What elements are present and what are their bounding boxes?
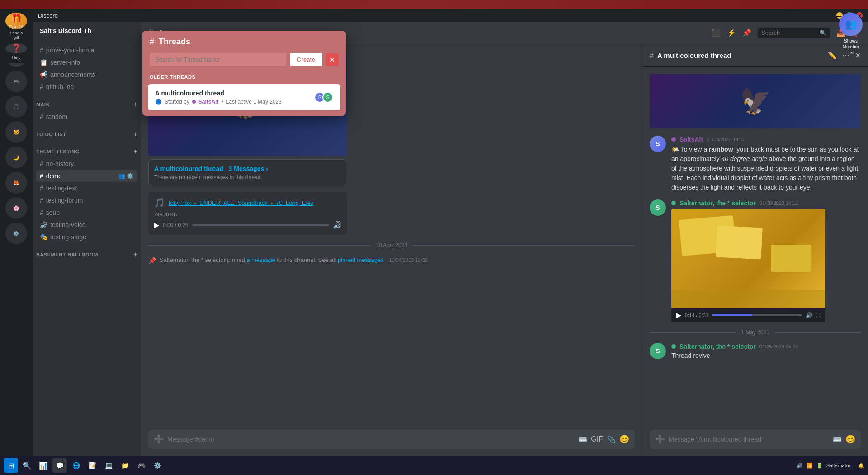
hash-icon-testing-text: # (40, 185, 43, 192)
help-icon[interactable]: ❓ (5, 43, 27, 53)
taskbar-notification-icon[interactable]: 🔔 (858, 463, 864, 469)
server-icon-7[interactable]: 🌸 (5, 197, 27, 219)
threads-popup-title: Threads (159, 37, 339, 47)
category-theme: Theme Testing + (33, 140, 141, 157)
system-message-content: Salternator, the * selector pinned a mes… (160, 256, 428, 263)
send-gift-icon[interactable]: 🎁 Discord (5, 13, 27, 29)
thread-list-item[interactable]: A multicoloured thread 🔵 Started by Salt… (148, 84, 340, 110)
thread-emoji-keyboard-icon[interactable]: ⌨️ (833, 435, 842, 444)
taskbar-network-icon[interactable]: 📶 (807, 463, 813, 469)
video-progress-fill (712, 314, 753, 316)
thread-avatar-2: S (322, 92, 333, 103)
threads-popup-hash: # (150, 37, 154, 47)
video-fullscreen-btn[interactable]: ⛶ (816, 313, 821, 318)
thread-msg-revive: S Salternator, the * selector 01/05/2023… (650, 343, 861, 359)
channel-item-random[interactable]: # random (36, 111, 137, 123)
server-icon-8[interactable]: ⚙️ (5, 223, 27, 244)
audio-volume-btn[interactable]: 🔊 (333, 221, 342, 229)
threads-search-input[interactable] (150, 53, 286, 66)
taskbar-files-icon[interactable]: 📁 (118, 458, 132, 473)
taskbar-search-icon[interactable]: 🔍 (20, 458, 34, 473)
server-icon-2[interactable]: 🎮 (5, 71, 27, 92)
hash-icon-random: # (40, 113, 43, 120)
channel-item-testing-stage[interactable]: 🎭 testing-stage (36, 231, 137, 243)
taskbar-username: Salternator... (826, 463, 854, 468)
emoji-keyboard-icon[interactable]: ⌨️ (578, 435, 587, 444)
settings-icon-demo[interactable]: ⚙️ (127, 173, 134, 179)
threads-icon-btn[interactable]: ⬛ (712, 28, 721, 37)
channel-item-github[interactable]: # github-log (36, 81, 137, 93)
slash-icon-btn[interactable]: ⚡ (727, 28, 736, 37)
server-name[interactable]: Salt's Discord Th (33, 22, 141, 40)
server-icon-4[interactable]: 🐱 (5, 121, 27, 143)
thread-edit-icon[interactable]: ✏️ (828, 51, 837, 60)
message-input-box: ➕ ⌨️ GIF 📎 😊 (148, 430, 635, 449)
channel-item-announce[interactable]: 📢 announcements (36, 69, 137, 81)
add-message-icon[interactable]: ➕ (154, 434, 164, 444)
category-basement: Basement Ballroom + (33, 243, 141, 261)
thread-author-name: SaltsAlt (198, 99, 219, 105)
category-todo-add[interactable]: + (133, 130, 137, 138)
thread-hash-icon: # (650, 52, 654, 60)
taskbar-widget-icon[interactable]: 📊 (36, 458, 51, 473)
taskbar-terminal-icon[interactable]: 💻 (101, 458, 116, 473)
show-member-list-btn[interactable]: 👥 ShowsMemberList (839, 13, 863, 56)
server-icon-3[interactable]: 🎵 (5, 96, 27, 118)
emoji-icon[interactable]: 😊 (619, 434, 629, 444)
channel-item-server-info[interactable]: 📋 server-info (36, 57, 137, 68)
taskbar-steam-icon[interactable]: 🎮 (134, 458, 148, 473)
video-progress-bar[interactable] (712, 314, 802, 316)
channel-item-demo[interactable]: # demo 👥 ⚙️ (36, 170, 137, 182)
avatar-saltsalt: S (650, 136, 666, 152)
member-icon[interactable]: 👥 (118, 173, 125, 179)
message-input-area: ➕ ⌨️ GIF 📎 😊 (141, 430, 642, 456)
search-input[interactable] (761, 29, 817, 36)
message-input[interactable] (167, 436, 575, 443)
date-divider-text: 10 April 2023 (370, 242, 413, 248)
video-volume-btn[interactable]: 🔊 (806, 312, 812, 318)
msg-author-line-salternator-1: Salternator, the * selector 31/08/2022 1… (671, 200, 861, 207)
hash-icon-testing-forum: # (40, 197, 43, 204)
search-icon: 🔍 (820, 30, 826, 36)
category-theme-add[interactable]: + (133, 147, 137, 156)
channel-item-prove[interactable]: # prove-your-huma (36, 44, 137, 56)
taskbar-code-icon[interactable]: 📝 (85, 458, 99, 473)
channel-item-no-history[interactable]: # no-history (36, 158, 137, 170)
taskbar-battery-icon[interactable]: 🔋 (816, 463, 823, 469)
thread-message-input[interactable] (669, 436, 829, 443)
server-icon-6[interactable]: 🦊 (5, 172, 27, 194)
server-icon-5[interactable]: 🌙 (5, 147, 27, 168)
audio-title[interactable]: toby_fox_-_UNDERTALE_Soundtrack_-_70_Lon… (169, 200, 313, 206)
threads-close-button[interactable]: ✕ (326, 53, 339, 66)
thread-emoji-icon[interactable]: 😊 (845, 434, 855, 444)
author-name-salternator-1: Salternator, the * selector (679, 200, 756, 207)
channel-item-testing-text[interactable]: # testing-text (36, 182, 137, 194)
audio-progress-bar[interactable] (192, 224, 329, 226)
thread-add-icon[interactable]: ➕ (655, 434, 665, 444)
category-basement-add[interactable]: + (133, 251, 137, 259)
threads-create-button[interactable]: Create (290, 53, 322, 66)
system-link-1[interactable]: a message (246, 256, 275, 263)
pin-icon-btn[interactable]: 📌 (742, 28, 751, 37)
taskbar-settings-icon[interactable]: ⚙️ (150, 458, 165, 473)
system-link-2[interactable]: pinned messages (338, 256, 384, 263)
channel-item-testing-voice[interactable]: 🔊 testing-voice (36, 219, 137, 231)
attachment-icon[interactable]: 📎 (607, 435, 616, 444)
taskbar-discord-icon[interactable]: 💬 (52, 458, 67, 473)
channel-item-soup[interactable]: # soup (36, 207, 137, 218)
taskbar-firefox-icon[interactable]: 🌐 (69, 458, 83, 473)
audio-header: 🎵 toby_fox_-_UNDERTALE_Soundtrack_-_70_L… (154, 197, 342, 208)
thread-messages-link[interactable]: 3 Messages › (229, 165, 268, 172)
gif-icon[interactable]: GIF (591, 435, 603, 443)
taskbar-volume-icon[interactable]: 🔊 (797, 463, 803, 469)
category-main-add[interactable]: + (133, 100, 137, 109)
video-play-btn[interactable]: ▶ (676, 311, 681, 319)
audio-player: 🎵 toby_fox_-_UNDERTALE_Soundtrack_-_70_L… (148, 192, 347, 235)
channel-name-no-history: no-history (46, 160, 74, 167)
channel-item-testing-forum[interactable]: # testing-forum (36, 195, 137, 206)
thread-preview-title: A multicoloured thread 3 Messages › (154, 165, 341, 172)
cheese-image-container: ▶ 0:14 / 0:31 🔊 ⛶ (671, 209, 825, 322)
online-dot-revive (671, 344, 676, 349)
start-btn[interactable]: ⊞ (4, 458, 18, 473)
audio-play-btn[interactable]: ▶ (154, 221, 159, 229)
